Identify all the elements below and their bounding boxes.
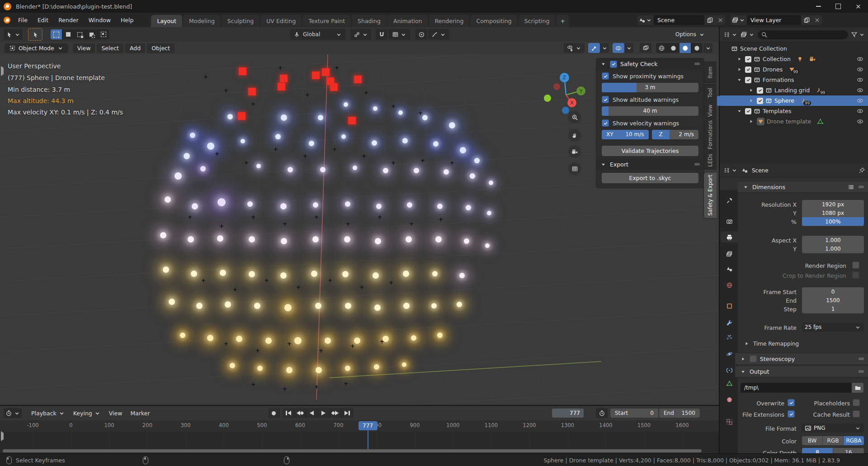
export-skyc-button[interactable]: Export to .skyc xyxy=(602,173,698,183)
collection-checkbox[interactable] xyxy=(757,98,763,104)
viewport-menu-object[interactable]: Object xyxy=(147,43,175,53)
object-visibility-dropdown[interactable] xyxy=(564,43,585,53)
options-dropdown[interactable]: Options xyxy=(675,31,705,38)
shading-wireframe-button[interactable] xyxy=(656,43,668,53)
scene-browse-button[interactable] xyxy=(637,15,654,25)
pin-icon[interactable] xyxy=(859,167,865,174)
color-depth-option-8[interactable]: 8 xyxy=(802,448,833,453)
next-keyframe-button[interactable] xyxy=(330,408,341,418)
color-option-bw[interactable]: BW xyxy=(802,436,823,445)
visibility-eye-icon[interactable] xyxy=(857,87,863,94)
color-option-rgb[interactable]: RGB xyxy=(823,436,844,445)
dimensions-section-header[interactable]: Dimensions xyxy=(738,181,868,193)
shading-rendered-button[interactable] xyxy=(691,43,703,53)
visibility-eye-icon[interactable] xyxy=(857,108,863,114)
topbar-menu-file[interactable]: File xyxy=(13,13,33,27)
timeline-channel-expand-arrow[interactable] xyxy=(1,433,4,439)
properties-tab-particles[interactable] xyxy=(722,331,736,343)
disclosure-right-icon[interactable] xyxy=(736,56,743,62)
visibility-eye-icon[interactable] xyxy=(857,56,863,62)
properties-tab-constraints[interactable] xyxy=(722,364,736,376)
disclosure-down-icon[interactable] xyxy=(736,108,743,114)
view-layer-copy-button[interactable] xyxy=(801,15,812,25)
select-mode-new-button[interactable] xyxy=(62,29,74,39)
properties-tab-scene[interactable] xyxy=(722,263,736,275)
properties-tab-world[interactable] xyxy=(722,279,736,291)
workspace-tab-animation[interactable]: Animation xyxy=(387,15,428,27)
file-extensions-checkbox[interactable] xyxy=(788,410,795,418)
blender-menu-icon[interactable] xyxy=(4,17,10,24)
gizmo-toggle[interactable] xyxy=(588,43,600,53)
velocity-xy-slider[interactable]: XY 10 m/s xyxy=(602,130,649,139)
scene-copy-button[interactable] xyxy=(704,15,715,25)
render-region-checkbox[interactable] xyxy=(852,262,859,269)
timeline-scrollbar[interactable] xyxy=(3,449,702,452)
topbar-menu-render[interactable]: Render xyxy=(53,13,84,27)
workspace-tab-compositing[interactable]: Compositing xyxy=(470,15,517,27)
sidebar-tab-view[interactable]: View xyxy=(703,102,717,119)
scene-name-field[interactable]: Scene xyxy=(654,15,704,25)
browse-folder-button[interactable] xyxy=(852,383,863,393)
frame-start-field[interactable]: 0 xyxy=(802,287,864,296)
grip-icon[interactable] xyxy=(693,161,700,168)
cache-result-checkbox[interactable] xyxy=(853,410,860,418)
toolbar-expand-arrow[interactable] xyxy=(1,68,4,74)
resolution-x-field[interactable]: 1920 px xyxy=(802,200,864,209)
altitude-warnings-checkbox[interactable] xyxy=(602,96,609,103)
record-button[interactable] xyxy=(268,408,280,418)
topbar-menu-help[interactable]: Help xyxy=(116,13,139,27)
region-scroll-indicator[interactable] xyxy=(717,96,720,106)
outliner-display-mode-dropdown[interactable] xyxy=(723,31,738,38)
collection-checkbox[interactable] xyxy=(745,56,751,62)
proximity-warnings-checkbox[interactable] xyxy=(602,72,609,80)
outliner-row-scene-collection[interactable]: Scene Collection xyxy=(720,43,868,54)
play-reverse-button[interactable] xyxy=(306,408,318,418)
topbar-menu-edit[interactable]: Edit xyxy=(33,13,53,27)
outliner-row-collection[interactable]: Collection xyxy=(720,54,868,64)
pan-button[interactable] xyxy=(568,129,581,142)
placeholders-checkbox[interactable] xyxy=(853,399,860,406)
select-mode-tweak-button[interactable] xyxy=(51,29,62,39)
output-path-field[interactable]: /tmp\ xyxy=(741,383,852,393)
use-preview-range-button[interactable] xyxy=(596,408,608,418)
properties-tab-data[interactable] xyxy=(722,377,736,389)
outliner-row-formations[interactable]: Formations xyxy=(720,75,868,85)
properties-tab-material[interactable] xyxy=(722,394,736,405)
output-section-header[interactable]: Output xyxy=(735,366,868,377)
outliner-row-drone-template[interactable]: Drone template xyxy=(720,116,868,127)
outliner-row-templates[interactable]: Templates xyxy=(720,106,868,116)
visibility-eye-icon[interactable] xyxy=(857,66,863,73)
active-tool-select-button[interactable] xyxy=(28,28,42,41)
outliner-filter-type-dropdown[interactable] xyxy=(741,31,755,38)
frame-start-chip[interactable]: Start0 xyxy=(610,409,658,418)
proportional-editing-button[interactable] xyxy=(415,29,427,40)
zoom-button[interactable] xyxy=(568,111,581,124)
frame-end-field[interactable]: 1500 xyxy=(802,296,864,305)
stereoscopy-section-header[interactable]: Stereoscopy xyxy=(735,353,868,365)
timeline-menu-marker[interactable]: Marker xyxy=(126,406,154,420)
outliner-row-landing-grid[interactable]: Landing grid99 xyxy=(720,85,868,95)
xray-toggle[interactable] xyxy=(640,43,651,53)
shading-material-button[interactable] xyxy=(679,43,691,53)
grip-icon[interactable] xyxy=(858,184,864,190)
properties-tab-output[interactable] xyxy=(721,231,738,243)
workspace-tab-scripting[interactable]: Scripting xyxy=(519,15,556,27)
export-panel-header[interactable]: Export xyxy=(596,159,704,170)
overlays-dropdown[interactable] xyxy=(624,43,633,53)
orthographic-toggle-button[interactable] xyxy=(568,162,581,175)
select-mode-extend-button[interactable] xyxy=(74,29,86,39)
workspace-tab-texture-paint[interactable]: Texture Paint xyxy=(302,15,351,27)
stereoscopy-checkbox[interactable] xyxy=(750,355,757,362)
properties-tab-view-layer[interactable] xyxy=(722,248,736,260)
frame-step-field[interactable]: 1 xyxy=(802,304,864,314)
sidebar-tab-formations[interactable]: Formations xyxy=(703,119,717,151)
select-mode-subtract-button[interactable] xyxy=(86,29,98,39)
workspace-tab-modeling[interactable]: Modeling xyxy=(183,15,221,27)
disclosure-right-icon[interactable] xyxy=(736,66,743,73)
overlays-toggle[interactable] xyxy=(613,43,624,53)
snap-target-dropdown[interactable] xyxy=(388,29,410,40)
workspace-tab-rendering[interactable]: Rendering xyxy=(429,15,470,27)
jump-to-end-button[interactable] xyxy=(341,408,353,418)
proportional-falloff-dropdown[interactable] xyxy=(428,29,449,40)
gizmo-minus-z-axis[interactable] xyxy=(562,107,569,114)
